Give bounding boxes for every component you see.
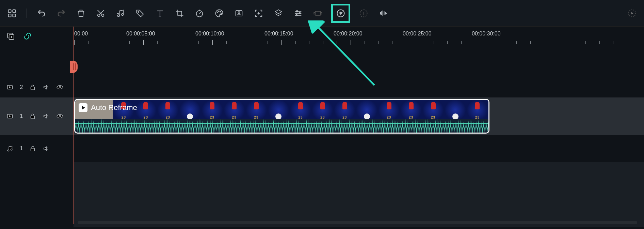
ruler-label: 00:00:30:00 (472, 31, 501, 37)
playhead-handle[interactable] (70, 61, 78, 73)
svg-rect-36 (31, 148, 35, 151)
tag-icon[interactable] (134, 7, 147, 20)
text-icon[interactable] (154, 7, 166, 20)
ruler-label: 00:00:05:00 (126, 31, 155, 37)
play-icon (79, 103, 87, 112)
svg-point-11 (219, 11, 219, 12)
clip-audio-waveform (75, 119, 488, 133)
cut-icon[interactable] (94, 7, 107, 20)
svg-rect-21 (321, 12, 322, 14)
svg-rect-0 (9, 10, 11, 12)
svg-point-33 (59, 116, 61, 117)
svg-point-35 (11, 149, 12, 150)
music-assign-icon[interactable] (114, 7, 127, 20)
mask-icon[interactable] (272, 7, 285, 20)
ruler-label: 00:00:15:00 (264, 31, 293, 37)
add-track-icon[interactable] (6, 32, 15, 42)
ruler-label: 00:00:10:00 (195, 31, 224, 37)
svg-point-12 (220, 11, 221, 12)
playhead[interactable] (74, 27, 74, 224)
audio-markers-icon[interactable] (377, 7, 390, 20)
eye-icon[interactable] (56, 112, 64, 120)
svg-rect-2 (9, 14, 11, 17)
track-number: 1 (20, 145, 23, 152)
track-number: 2 (20, 84, 23, 91)
annotation-arrow (306, 20, 381, 89)
redo-icon[interactable] (55, 7, 68, 20)
track-head-video-2[interactable]: 2 (0, 77, 74, 97)
focus-icon[interactable] (252, 7, 265, 20)
track-head-video-1[interactable]: 1 (0, 97, 74, 135)
subject-icon[interactable] (232, 7, 245, 20)
lock-icon[interactable] (29, 145, 36, 152)
lock-icon[interactable] (29, 112, 36, 120)
svg-point-7 (122, 13, 123, 15)
video-clip[interactable]: Auto Reframe (74, 99, 489, 134)
svg-line-37 (317, 26, 374, 85)
render-icon[interactable] (626, 7, 639, 20)
svg-rect-29 (31, 87, 35, 90)
lock-icon[interactable] (29, 83, 36, 91)
track-video-1-lane[interactable]: Auto Reframe (74, 97, 644, 135)
crop-icon[interactable] (173, 7, 186, 20)
svg-rect-19 (315, 11, 321, 15)
caption-icon[interactable]: T (357, 7, 370, 20)
svg-point-9 (196, 10, 203, 17)
eye-icon[interactable] (56, 83, 64, 91)
svg-point-15 (238, 12, 240, 13)
svg-point-34 (7, 150, 9, 151)
speaker-icon[interactable] (43, 83, 50, 91)
svg-point-13 (221, 13, 222, 13)
speed-icon[interactable] (193, 7, 206, 20)
adjust-icon[interactable] (292, 7, 305, 20)
svg-rect-3 (13, 14, 15, 17)
clip-badge: Auto Reframe (79, 103, 137, 112)
svg-rect-1 (13, 10, 15, 12)
ruler-label: 00:00 (74, 31, 88, 37)
track-number: 1 (20, 113, 23, 120)
track-head-audio-1[interactable]: 1 (0, 135, 74, 162)
svg-point-10 (217, 12, 218, 13)
svg-point-8 (138, 11, 139, 12)
color-icon[interactable] (213, 7, 226, 20)
apps-icon[interactable] (5, 7, 18, 20)
audio-sync-highlight (331, 4, 350, 23)
music-icon (6, 145, 14, 152)
speaker-icon[interactable] (43, 112, 50, 120)
svg-text:T: T (363, 11, 365, 15)
video-icon (6, 83, 14, 91)
delete-icon[interactable] (75, 7, 87, 20)
aspect-icon[interactable] (311, 7, 324, 20)
svg-point-4 (98, 14, 100, 16)
toolbar-divider (27, 9, 27, 18)
ruler-label: 00:00:25:00 (403, 31, 432, 37)
video-icon (6, 112, 14, 120)
svg-rect-20 (314, 12, 315, 14)
audio-sync-icon[interactable] (335, 7, 347, 19)
undo-icon[interactable] (35, 7, 48, 20)
svg-point-6 (117, 15, 119, 16)
link-icon[interactable] (23, 32, 32, 42)
speaker-icon[interactable] (43, 145, 50, 152)
clip-label: Auto Reframe (91, 103, 137, 112)
svg-point-5 (101, 14, 104, 16)
horizontal-scrollbar[interactable] (78, 221, 637, 224)
svg-rect-32 (31, 116, 35, 119)
svg-point-30 (59, 87, 61, 88)
